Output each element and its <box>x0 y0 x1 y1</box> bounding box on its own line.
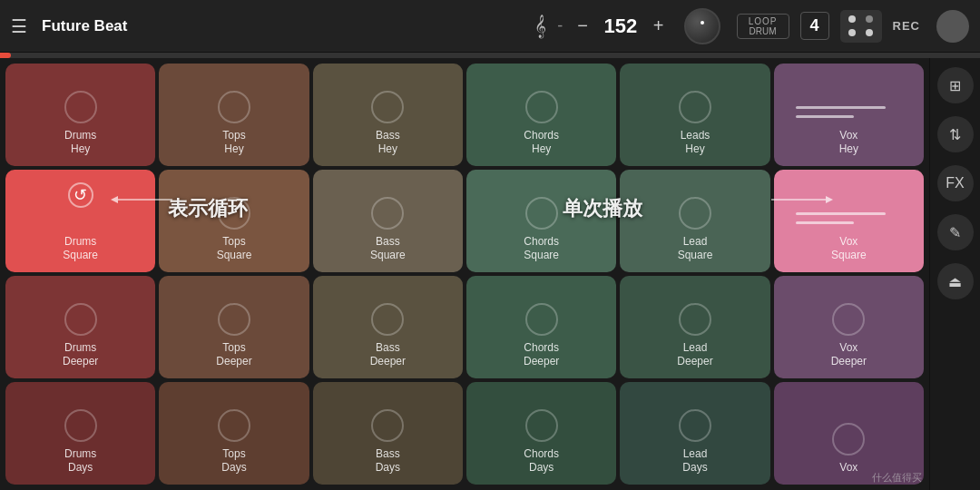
rec-label: REC <box>893 19 920 33</box>
pad-bass-hey[interactable]: BassHey <box>313 64 463 166</box>
pad-drums-sq[interactable]: ↺DrumsSquare <box>5 170 155 272</box>
pad-bass-sq[interactable]: BassSquare <box>313 170 463 272</box>
pad-bars <box>796 103 901 122</box>
pad-label: TopsHey <box>222 129 245 157</box>
pad-label: DrumsSquare <box>63 235 98 263</box>
pad-tops-sq[interactable]: TopsSquare <box>159 170 309 272</box>
main-area: DrumsHeyTopsHeyBassHeyChordsHeyLeadsHeyV… <box>0 58 980 490</box>
rec-button[interactable] <box>936 10 969 43</box>
tempo-minus-btn[interactable]: − <box>573 15 592 36</box>
tempo-dash: - <box>557 16 563 35</box>
pad-circle <box>218 197 250 230</box>
pad-circle <box>679 303 711 336</box>
pad-circle <box>64 303 97 336</box>
top-bar: ☰ Future Beat 𝄞 - − 152 + LOOP DRUM 4 RE… <box>0 0 980 53</box>
pad-label: Vox <box>839 461 858 475</box>
pad-circle <box>525 91 558 123</box>
pad-circle <box>371 409 404 442</box>
pad-label: ChordsSquare <box>524 235 559 263</box>
tempo-value: 152 <box>603 15 639 38</box>
pad-leads-dp[interactable]: LeadDeeper <box>620 276 769 378</box>
pad-circle <box>64 91 97 123</box>
pad-label: ChordsDeeper <box>524 341 559 369</box>
watermark: 什么值得买 <box>872 471 922 485</box>
drum-icon <box>840 10 882 43</box>
metronome-icon: 𝄞 <box>534 15 546 38</box>
pad-label: TopsSquare <box>217 235 252 263</box>
pad-drums-dp[interactable]: DrumsDeeper <box>5 276 155 378</box>
pad-chords-sq[interactable]: ChordsSquare <box>466 170 616 272</box>
pad-leads-hey[interactable]: LeadsHey <box>620 64 769 166</box>
pad-bars <box>796 210 901 228</box>
pad-grid: DrumsHeyTopsHeyBassHeyChordsHeyLeadsHeyV… <box>0 58 929 490</box>
pad-label: ChordsDays <box>524 447 559 475</box>
q-box[interactable]: 4 <box>800 12 829 40</box>
pad-tops-dp[interactable]: TopsDeeper <box>159 276 309 378</box>
pad-chords-dp[interactable]: ChordsDeeper <box>466 276 616 378</box>
loop-label: LOOP <box>745 16 781 26</box>
pad-vox-dy[interactable]: Vox <box>774 382 924 485</box>
pad-leads-dy[interactable]: LeadDays <box>620 382 769 485</box>
pad-chords-hey[interactable]: ChordsHey <box>466 64 616 166</box>
tempo-plus-btn[interactable]: + <box>650 15 668 36</box>
loop-icon: ↺ <box>68 182 93 208</box>
right-sidebar: ⊞⇅FX✎⏏ <box>929 58 980 490</box>
pad-lead-sq[interactable]: LeadSquare <box>620 170 769 272</box>
loop-box[interactable]: LOOP DRUM <box>737 14 789 39</box>
menu-icon[interactable]: ☰ <box>11 15 27 37</box>
pad-label: VoxHey <box>839 129 858 157</box>
edit-icon[interactable]: ✎ <box>937 214 974 250</box>
export-icon[interactable]: ⏏ <box>937 263 974 299</box>
pad-circle <box>525 197 558 230</box>
pad-bass-dp[interactable]: BassDeeper <box>313 276 463 378</box>
pad-label: DrumsHey <box>64 129 96 157</box>
pad-label: TopsDays <box>221 447 246 475</box>
pad-label: LeadDeeper <box>677 341 712 369</box>
pad-circle <box>218 409 250 442</box>
pad-circle <box>64 409 97 442</box>
pad-circle <box>832 303 865 336</box>
pad-circle <box>371 197 404 230</box>
grid-icon[interactable]: ⊞ <box>937 67 974 103</box>
loop-sub: DRUM <box>745 26 781 36</box>
pad-label: BassDeeper <box>370 341 406 369</box>
pad-drums-dy[interactable]: DrumsDays <box>5 382 155 485</box>
pad-circle <box>218 91 250 123</box>
pad-circle <box>679 409 711 442</box>
pad-label: LeadsHey <box>681 129 710 157</box>
fx-icon[interactable]: FX <box>937 165 974 201</box>
pad-circle <box>679 197 711 230</box>
pad-label: BassDays <box>376 447 400 475</box>
pad-vox-dp[interactable]: VoxDeeper <box>774 276 924 378</box>
pad-label: DrumsDays <box>64 447 96 475</box>
pad-label: LeadSquare <box>678 235 713 263</box>
pad-drums-hey[interactable]: DrumsHey <box>5 64 155 166</box>
progress-fill <box>0 53 11 58</box>
progress-bar[interactable] <box>0 53 980 58</box>
pad-label: ChordsHey <box>524 129 559 157</box>
pad-vox-sq[interactable]: VoxSquare <box>774 170 924 272</box>
pad-circle <box>371 91 404 123</box>
master-knob[interactable] <box>684 8 720 44</box>
pad-circle <box>371 303 404 336</box>
pad-label: TopsDeeper <box>216 341 251 369</box>
pad-circle <box>218 303 250 336</box>
pad-label: VoxSquare <box>831 235 867 263</box>
pad-tops-dy[interactable]: TopsDays <box>159 382 309 485</box>
mixer-icon[interactable]: ⇅ <box>937 116 974 152</box>
pad-tops-hey[interactable]: TopsHey <box>159 64 309 166</box>
pad-label: BassHey <box>376 129 400 157</box>
pad-circle <box>679 91 711 123</box>
pad-chords-dy[interactable]: ChordsDays <box>466 382 616 485</box>
pad-label: BassSquare <box>370 235 406 263</box>
app-title: Future Beat <box>42 17 127 35</box>
pad-label: DrumsDeeper <box>63 341 98 369</box>
pad-circle <box>525 303 558 336</box>
pad-label: VoxDeeper <box>831 341 867 369</box>
pad-circle <box>832 423 865 456</box>
pad-bass-dy[interactable]: BassDays <box>313 382 463 485</box>
pad-circle <box>525 409 558 442</box>
pad-vox-hey[interactable]: VoxHey <box>774 64 924 166</box>
pad-label: LeadDays <box>682 447 707 475</box>
